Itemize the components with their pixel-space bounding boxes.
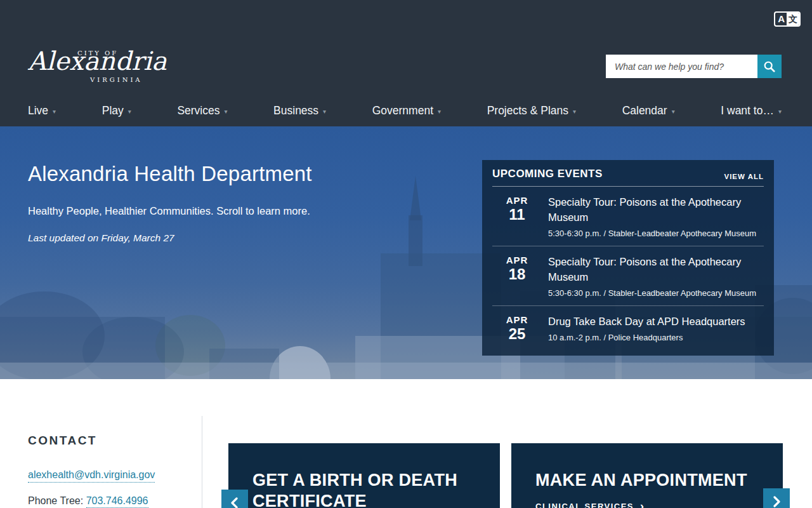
promo-link-label: CLINICAL SERVICES	[535, 502, 634, 508]
event-row: APR 11 Specialty Tour: Poisons at the Ap…	[492, 187, 764, 246]
promo-card-title: GET A BIRTH OR DEATH CERTIFICATE	[252, 470, 462, 508]
event-body: Specialty Tour: Poisons at the Apothecar…	[542, 255, 764, 298]
chevron-down-icon: ▾	[778, 108, 782, 115]
nav-label: Government	[372, 104, 433, 117]
contact-heading: CONTACT	[28, 434, 155, 448]
event-title-link[interactable]: Specialty Tour: Poisons at the Apothecar…	[548, 195, 764, 225]
nav-item-services[interactable]: Services ▾	[177, 104, 227, 117]
nav-label: I want to…	[721, 104, 774, 117]
nav-label: Services	[177, 104, 219, 117]
event-day: 11	[492, 206, 542, 224]
chevron-down-icon: ▾	[323, 108, 326, 115]
chevron-down-icon: ▾	[224, 108, 227, 115]
event-title-link[interactable]: Specialty Tour: Poisons at the Apothecar…	[548, 255, 764, 285]
contact-email-link[interactable]: alexhealth@vdh.virginia.gov	[28, 469, 155, 483]
nav-label: Play	[102, 104, 124, 117]
event-month: APR	[492, 255, 542, 265]
site-header: A 文 CITY OF Alexandria VIRGINIA Live ▾	[0, 0, 812, 126]
event-body: Specialty Tour: Poisons at the Apothecar…	[542, 195, 764, 238]
event-date: APR 18	[492, 255, 542, 298]
events-header: UPCOMING EVENTS VIEW ALL	[492, 168, 764, 187]
event-day: 25	[492, 325, 542, 343]
hero-subtitle: Healthy People, Healthier Communities. S…	[28, 205, 434, 217]
event-month: APR	[492, 314, 542, 325]
promo-carousel: GET A BIRTH OR DEATH CERTIFICATE MAKE AN…	[228, 443, 783, 508]
nav-label: Live	[28, 104, 48, 117]
nav-label: Business	[273, 104, 318, 117]
carousel-prev-button[interactable]	[221, 490, 248, 508]
event-meta: 5:30-6:30 p.m. / Stabler-Leadbeater Apot…	[548, 288, 764, 298]
promo-card-title: MAKE AN APPOINTMENT	[535, 470, 776, 491]
vertical-divider	[202, 416, 202, 508]
chevron-down-icon: ▾	[672, 108, 675, 115]
event-body: Drug Take Back Day at APD Headquarters 1…	[542, 314, 745, 343]
phone-label: Phone Tree:	[28, 495, 83, 506]
last-updated: Last updated on Friday, March 27	[28, 232, 434, 244]
city-logo[interactable]: CITY OF Alexandria VIRGINIA	[28, 41, 155, 81]
search-input[interactable]	[606, 55, 757, 78]
event-date: APR 25	[492, 314, 542, 343]
event-date: APR 11	[492, 195, 542, 238]
page-title: Alexandria Health Department	[28, 162, 434, 186]
contact-block: CONTACT alexhealth@vdh.virginia.gov Phon…	[28, 434, 155, 507]
page: A 文 CITY OF Alexandria VIRGINIA Live ▾	[0, 0, 812, 508]
event-month: APR	[492, 195, 542, 206]
content-section: CONTACT alexhealth@vdh.virginia.gov Phon…	[0, 379, 812, 508]
nav-item-government[interactable]: Government ▾	[372, 104, 441, 117]
view-all-link[interactable]: VIEW ALL	[724, 173, 764, 180]
promo-card-birth-death-certificate[interactable]: GET A BIRTH OR DEATH CERTIFICATE	[228, 443, 500, 508]
logo-city-of: CITY OF	[77, 50, 118, 57]
logo-state: VIRGINIA	[90, 76, 143, 83]
translate-button[interactable]: A 文	[774, 11, 801, 27]
upcoming-events-panel: UPCOMING EVENTS VIEW ALL APR 11 Specialt…	[482, 160, 774, 356]
nav-label: Calendar	[622, 104, 667, 117]
carousel-next-button[interactable]	[763, 488, 790, 508]
nav-item-live[interactable]: Live ▾	[28, 104, 56, 117]
hero-copy: Alexandria Health Department Healthy Peo…	[28, 162, 434, 244]
chevron-down-icon: ▾	[573, 108, 576, 115]
chevron-down-icon: ▾	[438, 108, 441, 115]
search-button[interactable]	[757, 55, 782, 78]
translate-icon: A	[775, 13, 787, 25]
search-icon	[763, 60, 776, 73]
nav-item-calendar[interactable]: Calendar ▾	[622, 104, 675, 117]
event-meta: 5:30-6:30 p.m. / Stabler-Leadbeater Apot…	[548, 229, 764, 238]
chevron-down-icon: ▾	[53, 108, 56, 115]
chevron-right-icon: ›	[640, 502, 645, 508]
event-day: 18	[492, 265, 542, 283]
phone-link[interactable]: 703.746.4996	[86, 495, 148, 508]
translate-icon-zh: 文	[787, 13, 799, 25]
nav-item-i-want-to[interactable]: I want to… ▾	[721, 104, 782, 117]
nav-item-business[interactable]: Business ▾	[273, 104, 326, 117]
nav-item-projects-plans[interactable]: Projects & Plans ▾	[487, 104, 576, 117]
chevron-left-icon	[230, 497, 240, 508]
chevron-right-icon	[771, 496, 782, 507]
promo-card-make-appointment[interactable]: MAKE AN APPOINTMENT CLINICAL SERVICES ›	[511, 443, 783, 508]
event-row: APR 25 Drug Take Back Day at APD Headqua…	[492, 306, 764, 345]
event-title-link[interactable]: Drug Take Back Day at APD Headquarters	[548, 314, 745, 330]
events-heading: UPCOMING EVENTS	[492, 168, 603, 180]
site-search	[606, 55, 782, 78]
main-nav: Live ▾ Play ▾ Services ▾ Business ▾ Gove…	[28, 104, 782, 117]
event-meta: 10 a.m.-2 p.m. / Police Headquarters	[548, 333, 745, 342]
nav-item-play[interactable]: Play ▾	[102, 104, 131, 117]
event-row: APR 18 Specialty Tour: Poisons at the Ap…	[492, 246, 764, 306]
hero-banner: Alexandria Health Department Healthy Peo…	[0, 126, 812, 379]
chevron-down-icon: ▾	[128, 108, 131, 115]
contact-phone: Phone Tree: 703.746.4996	[28, 495, 155, 507]
nav-label: Projects & Plans	[487, 104, 568, 117]
clinical-services-link[interactable]: CLINICAL SERVICES ›	[535, 502, 783, 508]
